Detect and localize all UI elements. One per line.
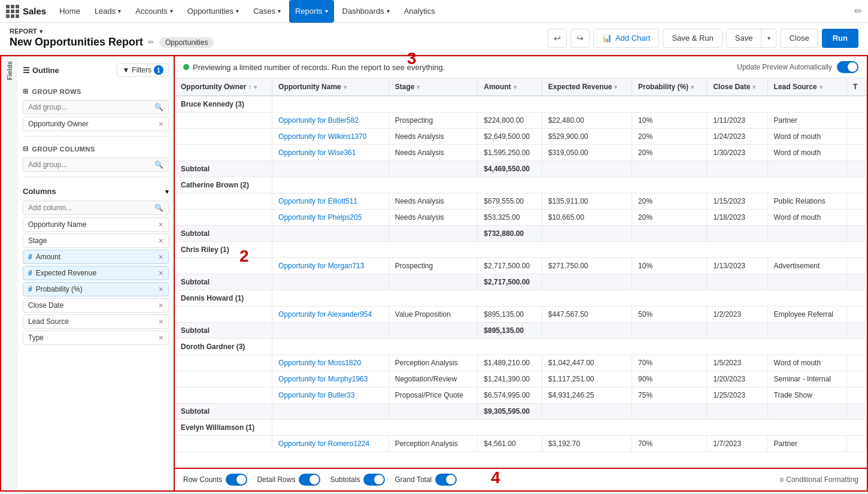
cell-type [846,387,866,404]
filter-icon-prob[interactable]: ▾ [691,84,694,90]
column-item-type: Type × [23,331,169,345]
group-row-item-opportunity-owner: Opportunity Owner × [23,117,169,131]
col-header-close-date: Close Date ▾ [707,78,767,96]
leads-chevron-icon: ▾ [118,8,121,14]
sort-icon-owner[interactable]: ↑ [248,84,251,90]
column-remove-type[interactable]: × [159,334,163,342]
cell-name: Opportunity for Wilkins1370 [272,129,389,145]
nav-reports[interactable]: Reports▾ [289,0,334,23]
add-chart-button[interactable]: 📊 Add Chart [593,29,660,48]
nav-leads[interactable]: Leads▾ [89,0,127,23]
add-group-columns-field[interactable] [28,160,152,169]
column-item-amount: # Amount × [23,250,169,264]
report-header: REPORT ▾ New Opportunities Report ✏ Oppo… [0,23,868,55]
filter-icon-exp-rev[interactable]: ▾ [614,84,617,90]
save-button[interactable]: Save [727,29,762,47]
app-brand-label: Sales [23,6,46,16]
add-column-field[interactable] [28,204,152,212]
cell-amount: $2,717,500.00 [478,258,542,274]
nav-opportunities[interactable]: Opportunities▾ [181,0,245,23]
nav-cases[interactable]: Cases▾ [247,0,287,23]
cell-amount: $895,135.00 [478,307,542,323]
column-remove-close-date[interactable]: × [159,301,163,310]
save-dropdown-button[interactable]: ▾ [761,29,776,47]
cell-lead-source: Trade Show [767,387,846,404]
nav-dashboards[interactable]: Dashboards▾ [336,0,396,23]
update-preview-toggle[interactable] [837,61,858,73]
subtotal-amount: $895,135.00 [478,323,542,339]
cell-prob: 20% [632,193,707,210]
subtotal-label: Subtotal [175,161,272,177]
row-counts-toggle[interactable] [226,474,247,486]
cell-lead-source: Public Relations [767,193,846,210]
cell-prob: 20% [632,210,707,226]
cell-type [846,193,866,210]
filter-icon-amount[interactable]: ▾ [514,84,517,90]
cell-name: Opportunity for Morgan713 [272,258,389,274]
filter-icon-lead-source[interactable]: ▾ [820,84,823,90]
cell-type [846,210,866,226]
filter-icon-stage[interactable]: ▾ [417,84,420,90]
panel-body: ☰ Outline ▼ Filters 1 ⊞ [18,56,174,490]
filter-icon-name[interactable]: ▾ [344,84,347,90]
owner-cell: Bruce Kennedy (3) [175,96,272,113]
column-label-close-date: Close Date [28,301,63,310]
redo-button[interactable]: ↪ [570,29,590,48]
column-remove-probability[interactable]: × [159,285,163,293]
cell-close-date: 1/30/2023 [707,145,767,161]
cell-stage: Proposal/Price Quote [389,387,478,404]
fields-side-label: Fields [6,61,13,80]
detail-rows-toggle[interactable] [299,474,320,486]
cases-chevron-icon: ▾ [278,8,281,14]
preview-status-dot [183,64,189,70]
columns-section-header: Columns ▾ [23,182,169,198]
add-group-rows-input[interactable]: 🔍 [23,100,169,114]
cell-close-date: 1/7/2023 [707,436,767,452]
cell-owner [175,113,272,129]
filter-icon-close-date[interactable]: ▾ [752,84,755,90]
nav-home[interactable]: Home [53,0,86,23]
close-button[interactable]: Close [780,29,818,48]
subtotals-toggle[interactable] [363,474,385,486]
column-remove-lead-source[interactable]: × [159,317,163,326]
grand-total-toggle[interactable] [435,474,457,486]
column-remove-stage[interactable]: × [159,237,163,245]
cell-owner [175,129,272,145]
cell-close-date: 1/2/2023 [707,307,767,323]
edit-icon[interactable]: ✏ [854,5,862,17]
subtotal-label: Subtotal [175,226,272,242]
column-remove-amount[interactable]: × [159,253,163,261]
run-button[interactable]: Run [822,29,858,48]
cell-close-date: 1/18/2023 [707,210,767,226]
save-run-button[interactable]: Save & Run [663,29,722,48]
cell-stage: Needs Analysis [389,145,478,161]
filters-button[interactable]: ▼ Filters 1 [117,63,169,77]
column-remove-opportunity-name[interactable]: × [159,220,163,229]
column-label-lead-source: Lead Source [28,317,69,326]
chart-icon: 📊 [602,34,612,43]
group-row-item-remove[interactable]: × [159,120,163,128]
nav-analytics[interactable]: Analytics [398,0,441,23]
add-column-input[interactable]: 🔍 [23,201,169,215]
add-group-rows-field[interactable] [28,103,152,111]
nav-accounts[interactable]: Accounts▾ [129,0,178,23]
filter-icon-owner[interactable]: ▾ [254,84,257,90]
undo-button[interactable]: ↩ [548,29,567,48]
report-title-edit-icon[interactable]: ✏ [148,38,154,47]
column-item-opportunity-name: Opportunity Name × [23,217,169,232]
add-group-columns-input[interactable]: 🔍 [23,157,169,172]
cell-owner [175,307,272,323]
columns-chevron-icon[interactable]: ▾ [165,187,169,196]
cell-lead-source: Partner [767,436,846,452]
cell-stage: Needs Analysis [389,193,478,210]
table-row: Opportunity for Butler33 Proposal/Price … [175,387,867,404]
column-remove-expected-revenue[interactable]: × [159,269,163,277]
bottom-bar: Row Counts Detail Rows Subtotals Grand T… [175,468,867,490]
report-tag-chevron-icon[interactable]: ▾ [40,28,43,35]
table-row: Opportunity for Murphy1963 Negotiation/R… [175,371,867,387]
header-actions: ↩ ↪ 📊 Add Chart Save & Run Save ▾ Close … [548,29,858,48]
conditional-formatting-button[interactable]: ≡ Conditional Formatting [779,475,858,484]
fields-side-tab[interactable]: Fields [1,56,18,490]
cell-exp-rev: $1,117,251.00 [542,371,632,387]
cell-prob: 20% [632,129,707,145]
